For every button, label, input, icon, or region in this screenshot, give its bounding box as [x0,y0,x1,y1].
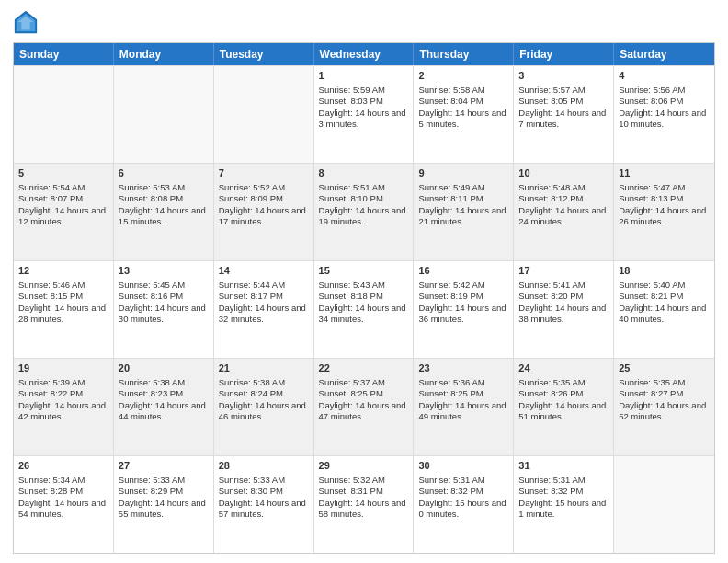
empty-cell [614,456,714,553]
day-cell-26: 26Sunrise: 5:34 AMSunset: 8:28 PMDayligh… [14,456,114,553]
day-cell-12: 12Sunrise: 5:46 AMSunset: 8:15 PMDayligh… [14,261,114,358]
day-cell-21: 21Sunrise: 5:38 AMSunset: 8:24 PMDayligh… [214,359,314,455]
header-day-monday: Monday [114,43,214,65]
day-number: 15 [319,264,409,278]
day-cell-8: 8Sunrise: 5:51 AMSunset: 8:10 PMDaylight… [314,164,415,260]
day-number: 11 [619,167,710,180]
day-number: 13 [119,264,209,278]
day-cell-10: 10Sunrise: 5:48 AMSunset: 8:12 PMDayligh… [514,164,614,260]
day-info: Sunrise: 5:47 AMSunset: 8:13 PMDaylight:… [619,182,710,227]
day-number: 31 [518,459,609,473]
day-cell-27: 27Sunrise: 5:33 AMSunset: 8:29 PMDayligh… [114,456,214,553]
calendar-week-2: 5Sunrise: 5:54 AMSunset: 8:07 PMDaylight… [14,163,714,260]
calendar-week-3: 12Sunrise: 5:46 AMSunset: 8:15 PMDayligh… [14,260,714,358]
day-cell-24: 24Sunrise: 5:35 AMSunset: 8:26 PMDayligh… [514,359,614,455]
day-info: Sunrise: 5:40 AMSunset: 8:21 PMDaylight:… [619,280,710,325]
day-info: Sunrise: 5:36 AMSunset: 8:25 PMDaylight:… [418,377,508,422]
calendar: SundayMondayTuesdayWednesdayThursdayFrid… [13,42,715,554]
day-info: Sunrise: 5:52 AMSunset: 8:09 PMDaylight:… [219,182,309,227]
day-cell-3: 3Sunrise: 5:57 AMSunset: 8:05 PMDaylight… [514,66,614,163]
day-info: Sunrise: 5:59 AMSunset: 8:03 PMDaylight:… [319,85,409,130]
day-number: 1 [319,69,409,83]
day-number: 28 [219,459,309,473]
day-info: Sunrise: 5:45 AMSunset: 8:16 PMDaylight:… [119,280,209,325]
day-info: Sunrise: 5:54 AMSunset: 8:07 PMDaylight:… [18,182,108,227]
day-number: 3 [518,69,609,83]
header [13,9,715,35]
day-number: 12 [18,264,108,278]
header-day-tuesday: Tuesday [214,43,314,65]
day-number: 14 [219,264,309,278]
day-cell-22: 22Sunrise: 5:37 AMSunset: 8:25 PMDayligh… [314,359,415,455]
day-info: Sunrise: 5:33 AMSunset: 8:30 PMDaylight:… [219,475,309,520]
day-info: Sunrise: 5:38 AMSunset: 8:24 PMDaylight:… [219,377,309,422]
day-cell-5: 5Sunrise: 5:54 AMSunset: 8:07 PMDaylight… [14,164,114,260]
day-info: Sunrise: 5:32 AMSunset: 8:31 PMDaylight:… [319,475,409,520]
day-info: Sunrise: 5:34 AMSunset: 8:28 PMDaylight:… [18,475,108,520]
empty-cell [214,66,314,163]
day-cell-6: 6Sunrise: 5:53 AMSunset: 8:08 PMDaylight… [114,164,214,260]
day-info: Sunrise: 5:42 AMSunset: 8:19 PMDaylight:… [418,280,508,325]
day-cell-19: 19Sunrise: 5:39 AMSunset: 8:22 PMDayligh… [14,359,114,455]
calendar-header-row: SundayMondayTuesdayWednesdayThursdayFrid… [14,43,714,65]
day-info: Sunrise: 5:56 AMSunset: 8:06 PMDaylight:… [619,85,710,130]
day-info: Sunrise: 5:33 AMSunset: 8:29 PMDaylight:… [119,475,209,520]
day-number: 7 [219,167,309,180]
day-cell-20: 20Sunrise: 5:38 AMSunset: 8:23 PMDayligh… [114,359,214,455]
header-day-sunday: Sunday [14,43,114,65]
day-number: 20 [119,362,209,375]
day-number: 30 [418,459,508,473]
day-number: 9 [418,167,508,180]
day-cell-25: 25Sunrise: 5:35 AMSunset: 8:27 PMDayligh… [614,359,714,455]
header-day-saturday: Saturday [614,43,714,65]
empty-cell [14,66,114,163]
day-cell-18: 18Sunrise: 5:40 AMSunset: 8:21 PMDayligh… [614,261,714,358]
day-info: Sunrise: 5:48 AMSunset: 8:12 PMDaylight:… [518,182,609,227]
logo-icon [13,9,39,35]
day-number: 2 [418,69,508,83]
day-number: 6 [119,167,209,180]
day-info: Sunrise: 5:31 AMSunset: 8:32 PMDaylight:… [518,475,609,520]
day-cell-13: 13Sunrise: 5:45 AMSunset: 8:16 PMDayligh… [114,261,214,358]
day-cell-29: 29Sunrise: 5:32 AMSunset: 8:31 PMDayligh… [314,456,415,553]
day-info: Sunrise: 5:37 AMSunset: 8:25 PMDaylight:… [319,377,409,422]
day-number: 16 [418,264,508,278]
day-number: 23 [418,362,508,375]
day-info: Sunrise: 5:43 AMSunset: 8:18 PMDaylight:… [319,280,409,325]
page: SundayMondayTuesdayWednesdayThursdayFrid… [0,0,728,563]
day-info: Sunrise: 5:57 AMSunset: 8:05 PMDaylight:… [518,85,609,130]
calendar-week-1: 1Sunrise: 5:59 AMSunset: 8:03 PMDaylight… [14,65,714,163]
header-day-wednesday: Wednesday [314,43,415,65]
day-cell-11: 11Sunrise: 5:47 AMSunset: 8:13 PMDayligh… [614,164,714,260]
day-info: Sunrise: 5:58 AMSunset: 8:04 PMDaylight:… [418,85,508,130]
day-number: 18 [619,264,710,278]
calendar-week-4: 19Sunrise: 5:39 AMSunset: 8:22 PMDayligh… [14,358,714,455]
day-cell-30: 30Sunrise: 5:31 AMSunset: 8:32 PMDayligh… [414,456,514,553]
day-number: 19 [18,362,108,375]
day-number: 17 [518,264,609,278]
day-number: 29 [319,459,409,473]
day-info: Sunrise: 5:31 AMSunset: 8:32 PMDaylight:… [418,475,508,520]
logo-area [13,9,42,35]
day-cell-1: 1Sunrise: 5:59 AMSunset: 8:03 PMDaylight… [314,66,415,163]
day-number: 24 [518,362,609,375]
day-info: Sunrise: 5:38 AMSunset: 8:23 PMDaylight:… [119,377,209,422]
calendar-week-5: 26Sunrise: 5:34 AMSunset: 8:28 PMDayligh… [14,455,714,553]
day-info: Sunrise: 5:35 AMSunset: 8:27 PMDaylight:… [619,377,710,422]
day-cell-23: 23Sunrise: 5:36 AMSunset: 8:25 PMDayligh… [414,359,514,455]
day-cell-2: 2Sunrise: 5:58 AMSunset: 8:04 PMDaylight… [414,66,514,163]
day-number: 4 [619,69,710,83]
day-info: Sunrise: 5:53 AMSunset: 8:08 PMDaylight:… [119,182,209,227]
day-cell-15: 15Sunrise: 5:43 AMSunset: 8:18 PMDayligh… [314,261,415,358]
day-number: 22 [319,362,409,375]
calendar-body: 1Sunrise: 5:59 AMSunset: 8:03 PMDaylight… [14,65,714,553]
day-cell-14: 14Sunrise: 5:44 AMSunset: 8:17 PMDayligh… [214,261,314,358]
day-cell-7: 7Sunrise: 5:52 AMSunset: 8:09 PMDaylight… [214,164,314,260]
day-number: 21 [219,362,309,375]
header-day-friday: Friday [514,43,614,65]
day-number: 10 [518,167,609,180]
header-day-thursday: Thursday [414,43,514,65]
day-info: Sunrise: 5:41 AMSunset: 8:20 PMDaylight:… [518,280,609,325]
day-info: Sunrise: 5:46 AMSunset: 8:15 PMDaylight:… [18,280,108,325]
day-cell-16: 16Sunrise: 5:42 AMSunset: 8:19 PMDayligh… [414,261,514,358]
